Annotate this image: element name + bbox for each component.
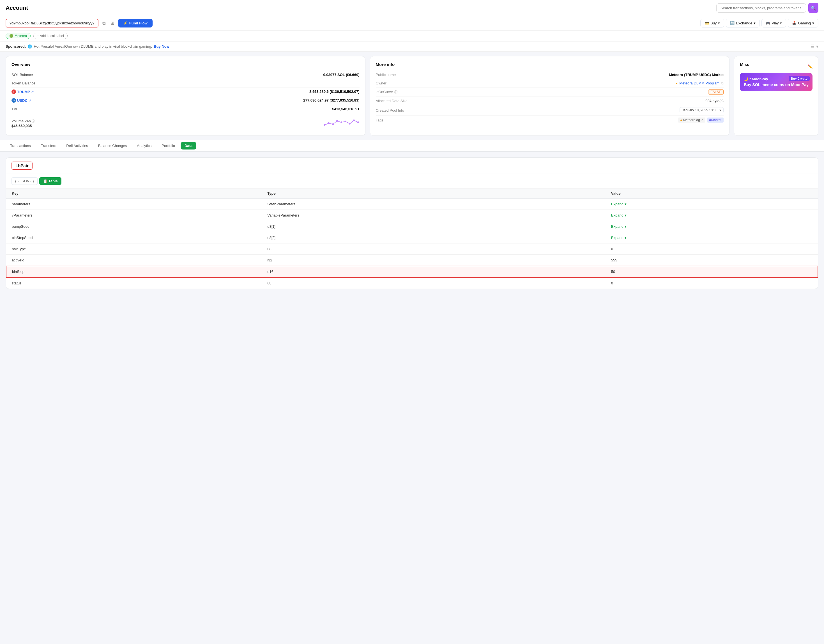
owner-link[interactable]: Meteora DLMM Program <box>679 81 719 85</box>
usdc-external-link-icon: ↗ <box>29 99 31 102</box>
owner-label: Owner <box>376 81 418 85</box>
copy-button[interactable]: ⧉ <box>101 20 106 27</box>
tab-portfolio[interactable]: Portfolio <box>157 140 180 152</box>
usdc-row: U USDC ↗ 277,036,624.97 ($277,035,516.83… <box>11 96 360 105</box>
table-row: activeIdi32555 <box>6 255 818 266</box>
table-row: parametersStaticParametersExpand ▾ <box>6 198 818 210</box>
cell-value[interactable]: Expand ▾ <box>606 210 818 221</box>
exchange-icon: 🔄 <box>730 21 735 25</box>
search-input[interactable] <box>716 3 806 12</box>
cell-value[interactable]: Expand ▾ <box>606 232 818 243</box>
close-sponsored-icon[interactable]: ▾ <box>816 44 818 49</box>
svg-point-8 <box>357 121 359 123</box>
public-name-row: Public name Meteora (TRUMP-USDC) Market <box>376 71 724 79</box>
tabs-bar: Transactions Transfers Defi Activities B… <box>0 140 824 152</box>
tab-transfers[interactable]: Transfers <box>37 140 61 152</box>
qr-button[interactable]: ⊞ <box>109 19 115 27</box>
expand-button[interactable]: Expand ▾ <box>611 236 812 240</box>
cell-key: binStepSeed <box>6 232 262 243</box>
usdc-token-icon: U <box>11 98 16 103</box>
cell-value[interactable]: Expand ▾ <box>606 198 818 210</box>
edit-icon[interactable]: ✏️ <box>808 64 813 69</box>
gaming-button[interactable]: 🕹️ Gaming ▾ <box>788 19 818 28</box>
labels-bar: 🟢 Meteora + Add Local Label <box>0 31 824 41</box>
owner-row: Owner ● Meteora DLMM Program ⧉ <box>376 79 724 88</box>
play-button[interactable]: 🎮 Play ▾ <box>761 19 786 28</box>
cell-key: vParameters <box>6 210 262 221</box>
expand-button[interactable]: Expand ▾ <box>611 213 812 217</box>
address-bar: 9d9mb8kooFfaD3SctgZtkxQypkshx6ezhbKio89i… <box>0 16 824 31</box>
tag-meteora-icon: ● <box>680 118 682 122</box>
pool-info-dropdown[interactable]: January 18, 2025 10:3... ▾ <box>679 107 724 113</box>
svg-point-0 <box>324 124 325 126</box>
tag-meteora[interactable]: ● Meteora.ag ↗ <box>678 118 706 123</box>
cell-type: StaticParameters <box>262 198 606 210</box>
cell-key: binStep <box>6 266 262 277</box>
exchange-button[interactable]: 🔄 Exchange ▾ <box>726 19 760 28</box>
tab-balance-changes[interactable]: Balance Changes <box>94 140 132 152</box>
data-size-row: Allocated Data Size 904 byte(s) <box>376 97 724 105</box>
overview-title: Overview <box>11 62 360 67</box>
svg-point-4 <box>340 121 342 123</box>
sol-balance-value: 0.03977 SOL ($6.669) <box>323 73 359 77</box>
cell-value: 0 <box>606 277 818 289</box>
table-view-button[interactable]: 📋 Table <box>39 177 61 185</box>
trump-token-link[interactable]: T TRUMP ↗ <box>11 89 34 94</box>
buy-button[interactable]: 💳 Buy ▾ <box>700 19 724 28</box>
search-button[interactable]: 🔍 <box>808 3 818 13</box>
public-name-value: Meteora (TRUMP-USDC) Market <box>669 73 724 77</box>
usdc-token-label: USDC <box>17 98 28 103</box>
tab-data[interactable]: Data <box>181 142 196 149</box>
tab-transactions[interactable]: Transactions <box>6 140 35 152</box>
cell-value[interactable]: Expand ▾ <box>606 221 818 232</box>
cell-type: u8[2] <box>262 232 606 243</box>
svg-point-2 <box>332 123 334 125</box>
exchange-chevron-icon: ▾ <box>753 21 756 25</box>
cell-key: status <box>6 277 262 289</box>
section-header: LbPair <box>6 158 818 174</box>
misc-header: Misc ✏️ <box>740 62 813 71</box>
data-section-card: LbPair { } JSON { } 📋 Table Key Type <box>6 157 818 289</box>
volume-label: Volume 24h <box>11 119 31 123</box>
svg-point-5 <box>345 121 346 122</box>
tab-defi-activities[interactable]: Defi Activities <box>62 140 92 152</box>
svg-point-1 <box>328 122 329 124</box>
info-icon: ⓘ <box>32 119 35 123</box>
play-icon: 🎮 <box>766 21 770 25</box>
gaming-icon: 🕹️ <box>792 21 796 25</box>
table-row: vParametersVariableParametersExpand ▾ <box>6 210 818 221</box>
trump-value: 8,553,289.6 ($136,510,502.07) <box>309 89 360 94</box>
sponsored-text: Hot Presale! AurealOne own DLUME and pla… <box>34 44 152 49</box>
cell-type: u8[1] <box>262 221 606 232</box>
expand-chevron-icon: ▾ <box>624 202 627 206</box>
play-chevron-icon: ▾ <box>780 21 782 25</box>
page-title: Account <box>6 5 28 11</box>
view-toggle-bar: { } JSON { } 📋 Table <box>6 174 818 189</box>
trump-external-link-icon: ↗ <box>31 90 34 94</box>
trump-token-icon: T <box>11 89 16 94</box>
tag-market: #Market <box>707 118 724 123</box>
cell-value: 50 <box>606 266 818 277</box>
meteora-icon: 🟢 <box>9 34 14 38</box>
usdc-token-link[interactable]: U USDC ↗ <box>11 98 31 103</box>
col-key: Key <box>6 189 262 198</box>
moonpay-buy-button[interactable]: Buy Crypto <box>789 76 810 81</box>
expand-chevron-icon: ▾ <box>624 224 627 229</box>
is-on-curve-row: isOnCurve ⓘ FALSE <box>376 88 724 97</box>
expand-button[interactable]: Expand ▾ <box>611 224 812 229</box>
tag-external-icon: ↗ <box>701 118 703 122</box>
table-icon: 📋 <box>43 179 48 183</box>
token-balance-row: Token Balance <box>11 79 360 88</box>
moonpay-promo: Buy Crypto 🌙 * MoonPay Buy SOL meme coin… <box>740 73 813 91</box>
fund-flow-button[interactable]: ⚡ Fund Flow <box>118 19 152 28</box>
add-local-label-button[interactable]: + Add Local Label <box>33 33 68 39</box>
json-view-button[interactable]: { } JSON { } <box>11 177 38 185</box>
buy-now-link[interactable]: Buy Now! <box>154 44 171 49</box>
sponsored-actions: ☰ ▾ <box>810 44 818 49</box>
owner-copy-icon: ⧉ <box>721 81 724 85</box>
data-table: Key Type Value parametersStaticParameter… <box>6 189 818 289</box>
meteora-label[interactable]: 🟢 Meteora <box>6 33 31 39</box>
cell-key: activeId <box>6 255 262 266</box>
expand-button[interactable]: Expand ▾ <box>611 202 812 206</box>
tab-analytics[interactable]: Analytics <box>132 140 156 152</box>
